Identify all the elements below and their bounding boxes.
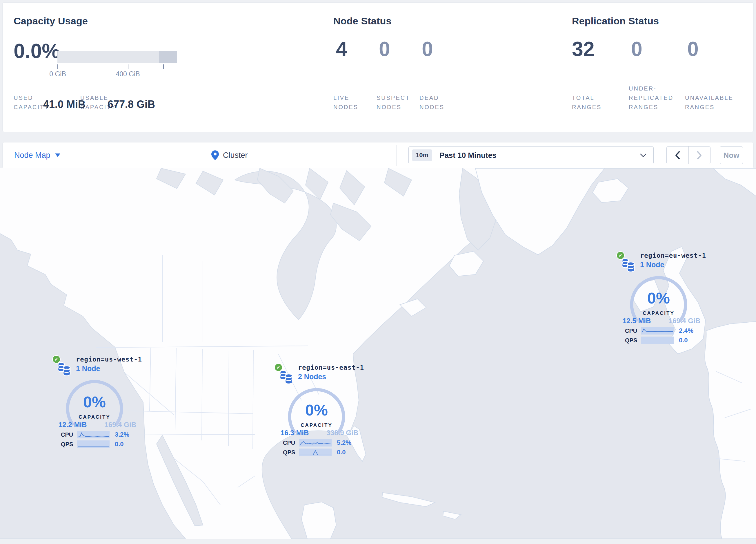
chevron-left-icon bbox=[675, 151, 680, 159]
cpu-sparkline bbox=[641, 327, 674, 335]
now-button[interactable]: Now bbox=[720, 146, 743, 164]
region-name: region=us-east-1 bbox=[298, 364, 364, 371]
qps-label: QPS bbox=[625, 337, 639, 344]
live-nodes-value: 4 bbox=[336, 39, 347, 59]
map-border-state bbox=[238, 476, 255, 487]
capacity-usage-bar bbox=[57, 51, 177, 63]
breadcrumb-cluster-label: Cluster bbox=[223, 151, 248, 160]
capacity-axis-tick bbox=[128, 64, 128, 69]
gauge-capacity-label: CAPACITY bbox=[287, 423, 346, 428]
usable-capacity-value: 677.8 GiB bbox=[108, 98, 155, 110]
cpu-value: 5.2% bbox=[337, 439, 351, 447]
gauge-percent: 0% bbox=[65, 393, 124, 411]
database-stack-icon bbox=[621, 257, 636, 273]
qps-label: QPS bbox=[283, 449, 297, 456]
total-ranges-value: 32 bbox=[572, 39, 595, 59]
region-total-capacity: 338.9 GiB bbox=[327, 429, 358, 437]
capacity-percent: 0.0% bbox=[14, 41, 60, 61]
cpu-value: 2.4% bbox=[679, 327, 693, 335]
under-replicated-value: 0 bbox=[631, 39, 642, 59]
region-used-capacity: 12.5 MiB bbox=[623, 317, 651, 325]
capacity-axis-label-400: 400 GiB bbox=[110, 70, 145, 78]
gauge-percent: 0% bbox=[287, 401, 346, 419]
capacity-axis-tick bbox=[93, 64, 93, 69]
map-border-state bbox=[253, 350, 253, 449]
map-border-state bbox=[150, 348, 151, 411]
map-border-us-canada bbox=[96, 346, 308, 348]
region-node-count: 1 Node bbox=[640, 260, 706, 269]
map-pin-icon bbox=[211, 150, 219, 160]
breadcrumb[interactable]: Cluster bbox=[211, 142, 248, 168]
region-node-count: 2 Nodes bbox=[298, 373, 364, 381]
capacity-gauge: 0% CAPACITY bbox=[65, 379, 124, 438]
toolbar-divider bbox=[397, 145, 397, 166]
map-water-channel bbox=[196, 171, 223, 195]
suspect-nodes-label: SUSPECT NODES bbox=[377, 93, 410, 112]
qps-sparkline bbox=[641, 337, 674, 344]
qps-sparkline bbox=[299, 449, 332, 456]
node-status-title: Node Status bbox=[333, 15, 392, 27]
capacity-axis-label-0: 0 GiB bbox=[40, 70, 75, 78]
gauge-capacity-label: CAPACITY bbox=[629, 311, 688, 316]
map-toolbar: Node Map Cluster 10m Past 10 Minutes Now bbox=[2, 142, 754, 168]
cpu-label: CPU bbox=[283, 440, 297, 446]
world-map bbox=[0, 168, 756, 539]
map-border-state bbox=[128, 411, 253, 414]
region-name: region=eu-west-1 bbox=[640, 252, 706, 259]
region-used-capacity: 12.2 MiB bbox=[59, 421, 87, 429]
capacity-gauge: 0% CAPACITY bbox=[629, 275, 688, 334]
qps-value: 0.0 bbox=[679, 337, 688, 344]
map-border-state bbox=[131, 434, 255, 435]
map-water-channel bbox=[340, 170, 365, 205]
chevron-down-icon bbox=[640, 153, 646, 157]
map-border-state bbox=[175, 348, 176, 430]
chevron-right-icon bbox=[697, 151, 702, 159]
view-mode-dropdown[interactable]: Node Map bbox=[14, 142, 60, 168]
qps-value: 0.0 bbox=[337, 449, 346, 456]
unavailable-label: UNAVAILABLE RANGES bbox=[685, 93, 733, 112]
cpu-label: CPU bbox=[625, 328, 639, 334]
chevron-down-icon bbox=[55, 153, 60, 157]
time-range-next-button[interactable] bbox=[688, 146, 710, 164]
region-name: region=us-west-1 bbox=[76, 356, 142, 363]
capacity-usage-title: Capacity Usage bbox=[14, 15, 88, 27]
cluster-summary-panel: Capacity Usage 0.0% 0 GiB 400 GiB USED C… bbox=[2, 2, 754, 132]
map-water-channel bbox=[157, 168, 186, 188]
time-range-label: Past 10 Minutes bbox=[439, 151, 497, 160]
cpu-sparkline bbox=[299, 439, 332, 447]
replication-status-title: Replication Status bbox=[572, 15, 659, 27]
suspect-nodes-value: 0 bbox=[379, 39, 390, 59]
live-nodes-label: LIVE NODES bbox=[333, 93, 358, 112]
qps-sparkline bbox=[77, 440, 110, 448]
region-total-capacity: 169.4 GiB bbox=[669, 317, 700, 325]
time-range-prev-button[interactable] bbox=[667, 146, 688, 164]
capacity-axis-tick bbox=[163, 64, 164, 69]
map-border-state bbox=[228, 349, 229, 446]
cpu-sparkline bbox=[77, 431, 110, 438]
region-marker-us-west-1[interactable]: ✓ region=us-west-1 1 Node 0% CAPACITY 12… bbox=[52, 355, 137, 451]
time-range-select[interactable]: 10m Past 10 Minutes bbox=[408, 146, 654, 164]
gauge-capacity-label: CAPACITY bbox=[65, 414, 124, 420]
database-stack-icon bbox=[279, 369, 294, 385]
region-marker-eu-west-1[interactable]: ✓ region=eu-west-1 1 Node 0% CAPACITY 12… bbox=[616, 251, 701, 347]
node-map[interactable]: ✓ region=us-west-1 1 Node 0% CAPACITY 12… bbox=[0, 168, 756, 539]
time-range-badge: 10m bbox=[412, 149, 432, 161]
total-ranges-label: TOTAL RANGES bbox=[572, 93, 601, 112]
dead-nodes-label: DEAD NODES bbox=[419, 93, 444, 112]
capacity-axis-tick bbox=[57, 64, 58, 69]
region-marker-us-east-1[interactable]: ✓ region=us-east-1 2 Nodes 0% CAPACITY 1… bbox=[274, 363, 359, 459]
cpu-label: CPU bbox=[61, 431, 75, 438]
region-used-capacity: 16.3 MiB bbox=[281, 429, 309, 437]
qps-label: QPS bbox=[61, 441, 75, 448]
qps-value: 0.0 bbox=[115, 440, 124, 448]
map-water-channel bbox=[330, 203, 371, 241]
region-total-capacity: 169.4 GiB bbox=[105, 421, 136, 429]
capacity-gauge: 0% CAPACITY bbox=[287, 387, 346, 446]
map-border-state bbox=[202, 349, 202, 440]
region-node-count: 1 Node bbox=[76, 365, 142, 373]
under-replicated-label: UNDER- REPLICATED RANGES bbox=[629, 84, 673, 112]
database-stack-icon bbox=[57, 361, 72, 377]
time-range-stepper bbox=[666, 146, 710, 164]
map-land-yucatan bbox=[301, 502, 336, 539]
dead-nodes-value: 0 bbox=[422, 39, 433, 59]
